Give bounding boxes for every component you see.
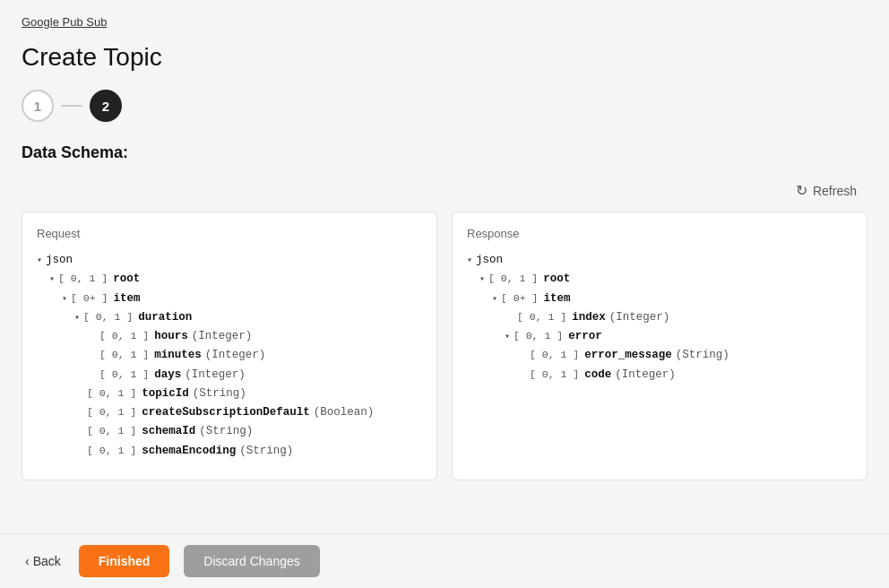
tree-node: [ 0, 1 ] minutes (Integer) (37, 346, 422, 365)
request-panel: Request json[ 0, 1 ] root[ 0+ ] item[ 0,… (22, 212, 437, 480)
node-name: createSubscriptionDefault (142, 403, 310, 422)
node-name: duration (138, 308, 192, 327)
tree-node: [ 0, 1 ] schemaEncoding (String) (37, 442, 422, 461)
range-bracket: [ 0, 1 ] (99, 366, 149, 384)
chevron-icon[interactable] (505, 329, 510, 344)
request-tree: json[ 0, 1 ] root[ 0+ ] item[ 0, 1 ] dur… (37, 251, 422, 461)
range-bracket: [ 0, 1 ] (488, 270, 538, 288)
step-2[interactable]: 2 (90, 90, 122, 122)
range-bracket: [ 0, 1 ] (87, 403, 136, 421)
tree-node: [ 0, 1 ] hours (Integer) (37, 327, 422, 346)
range-bracket: [ 0, 1 ] (530, 346, 579, 364)
range-bracket: [ 0, 1 ] (517, 308, 566, 326)
step-1[interactable]: 1 (22, 90, 54, 122)
back-label: Back (33, 554, 61, 568)
range-bracket: [ 0+ ] (71, 290, 108, 307)
tree-node: [ 0, 1 ] error_message (String) (467, 346, 852, 365)
tree-node: [ 0+ ] item (37, 290, 422, 308)
refresh-icon: ↻ (796, 182, 807, 199)
range-bracket: [ 0, 1 ] (99, 327, 149, 345)
node-type: (Boolean) (314, 403, 375, 422)
node-type: (Integer) (185, 366, 246, 385)
chevron-icon[interactable] (479, 272, 485, 287)
node-name: json (476, 251, 503, 270)
refresh-button[interactable]: ↻ Refresh (785, 177, 867, 204)
step-connector (61, 105, 82, 107)
tree-node: [ 0, 1 ] duration (37, 308, 422, 327)
node-name: topicId (142, 385, 189, 403)
chevron-icon[interactable] (74, 310, 80, 325)
tree-node: json (467, 251, 852, 270)
tree-node: [ 0, 1 ] root (37, 270, 422, 289)
node-name: schemaEncoding (142, 442, 236, 461)
node-name: days (154, 366, 181, 385)
node-name: root (543, 270, 570, 289)
tree-node: [ 0, 1 ] schemaId (String) (37, 422, 422, 441)
node-type: (Integer) (192, 327, 253, 346)
chevron-icon[interactable] (467, 253, 472, 268)
node-name: item (113, 290, 140, 308)
breadcrumb-link[interactable]: Google Pub Sub (22, 15, 107, 29)
bottom-bar: ‹ Back Finished Discard Changes (0, 533, 889, 588)
tree-node: json (37, 251, 422, 270)
chevron-icon[interactable] (37, 253, 42, 268)
chevron-icon[interactable] (49, 272, 55, 287)
tree-node: [ 0, 1 ] days (Integer) (37, 366, 422, 385)
range-bracket: [ 0, 1 ] (514, 327, 563, 345)
node-name: index (572, 308, 606, 327)
schema-header: ↻ Refresh (22, 177, 867, 204)
response-tree: json[ 0, 1 ] root[ 0+ ] item[ 0, 1 ] ind… (467, 251, 852, 385)
node-type: (String) (676, 346, 729, 365)
tree-node: [ 0, 1 ] root (467, 270, 852, 289)
node-type: (Integer) (205, 346, 266, 365)
range-bracket: [ 0, 1 ] (83, 308, 133, 326)
node-type: (String) (199, 422, 253, 441)
node-name: minutes (154, 346, 202, 365)
range-bracket: [ 0, 1 ] (530, 366, 579, 384)
tree-node: [ 0, 1 ] createSubscriptionDefault (Bool… (37, 403, 422, 422)
node-name: hours (154, 327, 188, 346)
tree-node: [ 0, 1 ] index (Integer) (467, 308, 852, 327)
stepper: 1 2 (22, 90, 867, 122)
tree-node: [ 0, 1 ] code (Integer) (467, 366, 852, 385)
node-name: error_message (584, 346, 672, 365)
range-bracket: [ 0, 1 ] (58, 270, 108, 288)
chevron-icon[interactable] (62, 291, 67, 307)
range-bracket: [ 0, 1 ] (87, 385, 136, 402)
response-panel: Response json[ 0, 1 ] root[ 0+ ] item[ 0… (452, 212, 867, 480)
node-name: root (113, 270, 140, 289)
range-bracket: [ 0, 1 ] (99, 346, 149, 364)
range-bracket: [ 0+ ] (501, 290, 538, 307)
finished-button[interactable]: Finished (79, 545, 170, 577)
node-name: json (46, 251, 73, 270)
node-name: item (543, 290, 570, 308)
node-name: code (584, 366, 611, 385)
node-type: (String) (193, 385, 246, 403)
back-arrow-icon: ‹ (25, 554, 30, 568)
refresh-label: Refresh (813, 184, 857, 198)
panels-row: Request json[ 0, 1 ] root[ 0+ ] item[ 0,… (22, 212, 867, 480)
node-name: schemaId (142, 422, 195, 441)
node-type: (String) (239, 442, 293, 461)
page-title: Create Topic (22, 43, 867, 72)
back-button[interactable]: ‹ Back (22, 547, 65, 575)
node-type: (Integer) (615, 366, 676, 385)
chevron-icon[interactable] (492, 291, 497, 307)
discard-button[interactable]: Discard Changes (184, 545, 319, 577)
tree-node: [ 0, 1 ] topicId (String) (37, 385, 422, 403)
request-label: Request (37, 227, 422, 240)
node-name: error (568, 327, 602, 346)
range-bracket: [ 0, 1 ] (87, 442, 136, 460)
tree-node: [ 0+ ] item (467, 290, 852, 308)
schema-section-label: Data Schema: (22, 143, 867, 162)
range-bracket: [ 0, 1 ] (87, 422, 136, 440)
response-label: Response (467, 227, 852, 240)
node-type: (Integer) (609, 308, 670, 327)
tree-node: [ 0, 1 ] error (467, 327, 852, 346)
